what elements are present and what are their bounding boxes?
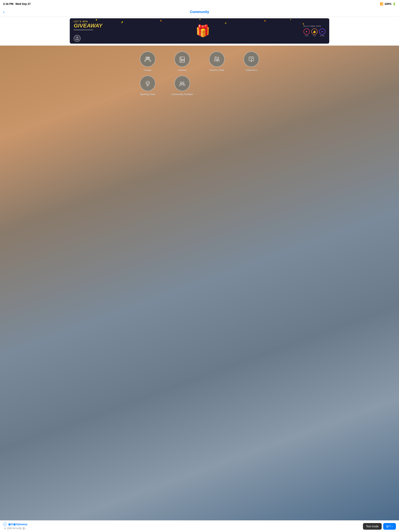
banner-giveaway: GIVEAWAY (74, 23, 102, 29)
giveaway-banner[interactable]: LET'S WIN GIVEAWAY ⚙ WIN 🎁 WIN IN THREE … (70, 18, 329, 44)
groups-label: Groups (144, 69, 151, 72)
parents-kids-icon (213, 55, 221, 63)
ad-preview: 언제 어디서든 앱... (7, 527, 27, 530)
banner-lets-win: LET'S WIN (74, 20, 102, 23)
battery-percent: 100% (384, 2, 391, 6)
banner-share-action[interactable]: ➤ SHARE (319, 28, 325, 36)
category-libraries[interactable]: Libraries (166, 51, 199, 72)
ad-buttons: Test mode 열기 › (363, 523, 396, 530)
category-community-facilities[interactable]: Community Facilities (166, 76, 199, 96)
banner-progress-bar (74, 30, 93, 30)
banner-container: LET'S WIN GIVEAWAY ⚙ WIN 🎁 WIN IN THREE … (0, 16, 399, 45)
useful-nos-icon (247, 55, 255, 63)
like-label: LIKE (313, 35, 316, 36)
category-useful-nos[interactable]: Useful No's (235, 51, 268, 72)
svg-point-5 (218, 57, 219, 58)
status-date: Wed Sep 27 (15, 2, 31, 6)
parents-kids-circle (209, 51, 225, 67)
open-label: 열기 (386, 525, 391, 528)
community-facilities-circle (174, 76, 190, 91)
sporting-clubs-circle (140, 76, 155, 91)
category-parents-kids[interactable]: Parents | Kids (200, 51, 233, 72)
win-button[interactable]: ⚙ WIN (74, 35, 81, 42)
svg-point-8 (180, 82, 182, 83)
love-circle: ♥ (303, 28, 310, 35)
category-sporting-clubs[interactable]: Sporting Clubs (131, 76, 164, 96)
back-button[interactable]: ‹ (3, 10, 5, 15)
groups-circle (140, 51, 155, 67)
banner-gift-image: 🎁 (196, 25, 210, 37)
bottom-ad-bar: i 블라블라(blabla) ✕ 언제 어디서든 앱... Test mode … (0, 520, 399, 532)
share-circle: ➤ (319, 28, 325, 35)
useful-nos-label: Useful No's (245, 69, 257, 72)
svg-point-4 (215, 57, 216, 58)
libraries-icon (178, 55, 186, 63)
svg-point-6 (251, 60, 251, 60)
banner-like-action[interactable]: 👍 LIKE (311, 28, 318, 36)
battery-icon: 🔋 (393, 2, 396, 6)
community-facilities-label: Community Facilities (171, 93, 193, 96)
banner-social-actions: ♥ LOVE 👍 LIKE ➤ SHARE (303, 28, 325, 36)
libraries-label: Libraries (178, 69, 187, 72)
sporting-clubs-icon (144, 79, 152, 87)
ad-close-icon[interactable]: ✕ (4, 527, 6, 530)
parents-kids-label: Parents | Kids (210, 69, 224, 72)
svg-point-2 (147, 57, 149, 59)
category-grid: Groups Libraries (131, 51, 268, 96)
love-label: LOVE (305, 35, 309, 36)
open-button[interactable]: 열기 › (383, 523, 396, 530)
wifi-icon: 📶 (380, 2, 383, 6)
banner-love-action[interactable]: ♥ LOVE (303, 28, 310, 36)
category-groups[interactable]: Groups (131, 51, 164, 72)
test-mode-button[interactable]: Test mode (363, 523, 382, 530)
svg-rect-3 (180, 57, 185, 62)
ad-company: 블라블라(blabla) (8, 523, 27, 526)
status-time: 2:16 PM (3, 2, 13, 6)
banner-win-steps: WIN IN THREE STEPS (303, 25, 321, 27)
svg-point-9 (183, 82, 184, 83)
useful-nos-circle (244, 51, 259, 67)
main-content: Groups Libraries (0, 45, 399, 523)
groups-icon (144, 55, 152, 63)
banner-text: LET'S WIN GIVEAWAY ⚙ WIN (74, 20, 102, 42)
ad-info: i 블라블라(blabla) ✕ 언제 어디서든 앱... (3, 522, 27, 530)
more-dots[interactable]: ··· (196, 10, 200, 14)
share-label: SHARE (320, 35, 325, 36)
nav-bar: ‹ ··· Community (0, 8, 399, 16)
open-chevron: › (392, 525, 393, 528)
community-facilities-icon (178, 79, 186, 87)
ad-info-icon: i (3, 522, 7, 526)
banner-actions-area: WIN IN THREE STEPS ♥ LOVE 👍 LIKE ➤ SHARE (303, 25, 325, 36)
sporting-clubs-label: Sporting Clubs (140, 93, 155, 96)
libraries-circle (174, 51, 190, 67)
like-circle: 👍 (311, 28, 318, 35)
status-bar: 2:16 PM Wed Sep 27 📶 100% 🔋 (0, 0, 399, 8)
